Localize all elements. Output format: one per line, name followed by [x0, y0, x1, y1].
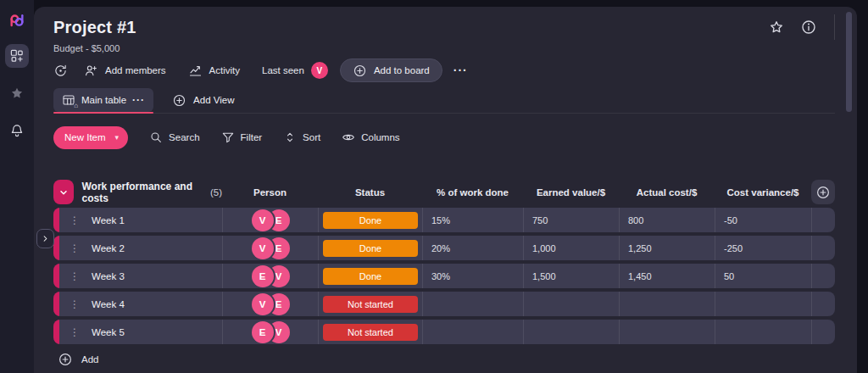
row-menu-icon[interactable]: ⋮ [70, 243, 80, 253]
group-color-bar [53, 292, 59, 316]
status-badge: Done [323, 212, 418, 229]
variance-cell[interactable]: 50 [715, 264, 811, 288]
table-row[interactable]: ⋮ Week 2 V E Done 20% 1,000 1,250 -250 [53, 236, 835, 260]
earned-cell[interactable]: 750 [523, 208, 619, 232]
sidebar-item-favorites[interactable] [5, 81, 29, 105]
last-seen-avatar: V [311, 62, 328, 79]
app-sidebar [0, 0, 34, 373]
item-name[interactable]: Week 1 [92, 215, 125, 225]
empty-cell [811, 320, 835, 344]
status-cell[interactable]: Not started [318, 320, 422, 344]
sync-button[interactable] [53, 64, 68, 78]
info-icon[interactable] [800, 19, 817, 36]
row-menu-icon[interactable]: ⋮ [70, 215, 80, 225]
person-cell[interactable]: E V [222, 320, 318, 344]
sidebar-item-notifications[interactable] [5, 119, 29, 142]
row-menu-icon[interactable]: ⋮ [70, 327, 80, 337]
plus-circle-icon [58, 352, 73, 367]
table-row[interactable]: ⋮ Week 5 E V Not started [53, 320, 835, 344]
status-badge: Done [323, 240, 418, 257]
column-header-pct[interactable]: % of work done [422, 187, 523, 198]
new-item-button[interactable]: New Item ▾ [53, 126, 128, 149]
columns-label: Columns [361, 132, 399, 142]
add-members-button[interactable]: Add members [84, 64, 166, 78]
variance-cell[interactable] [715, 320, 811, 344]
column-header-person[interactable]: Person [222, 187, 318, 198]
columns-button[interactable]: Columns [342, 131, 399, 144]
star-icon [9, 86, 25, 101]
add-item-button[interactable]: Add [53, 352, 835, 367]
column-header-actual[interactable]: Actual cost/$ [619, 187, 715, 198]
item-name[interactable]: Week 2 [92, 243, 125, 253]
activity-label: Activity [209, 65, 240, 75]
boards-grid-icon [9, 48, 25, 64]
tab-main-table[interactable]: ⌂ Main table ··· [53, 88, 153, 112]
item-name[interactable]: Week 3 [92, 271, 125, 281]
status-cell[interactable]: Done [318, 264, 422, 288]
add-view-button[interactable]: Add View [172, 88, 234, 112]
column-header-variance[interactable]: Cost variance/$ [715, 187, 811, 198]
plus-circle-icon [172, 93, 186, 108]
status-badge: Not started [323, 296, 418, 313]
status-cell[interactable]: Done [318, 208, 422, 232]
person-cell[interactable]: V E [222, 208, 318, 232]
earned-cell[interactable]: 1,500 [523, 264, 619, 288]
row-menu-icon[interactable]: ⋮ [70, 299, 80, 309]
search-icon [149, 131, 163, 144]
search-button[interactable]: Search [149, 131, 199, 144]
add-item-label: Add [81, 354, 98, 365]
group-title: Work performance and costs [81, 181, 199, 204]
add-to-board-button[interactable]: Add to board [340, 58, 442, 82]
filter-button[interactable]: Filter [221, 131, 263, 144]
pct-cell[interactable] [422, 320, 523, 344]
actual-cell[interactable]: 1,250 [619, 236, 715, 260]
table-row[interactable]: ⋮ Week 4 V E Not started [53, 292, 835, 316]
row-menu-icon[interactable]: ⋮ [70, 271, 80, 281]
item-name[interactable]: Week 5 [92, 327, 125, 337]
earned-cell[interactable]: 1,000 [523, 236, 619, 260]
pct-cell[interactable]: 15% [422, 208, 523, 232]
avatar: V [252, 209, 274, 231]
bell-icon [9, 123, 25, 138]
sort-label: Sort [303, 132, 320, 142]
group-color-bar [53, 208, 59, 232]
actual-cell[interactable]: 800 [619, 208, 715, 232]
earned-cell[interactable] [523, 320, 619, 344]
tab-more-button[interactable]: ··· [132, 94, 145, 106]
status-cell[interactable]: Done [318, 236, 422, 260]
last-seen[interactable]: Last seen V [262, 62, 328, 79]
toolbar-more-button[interactable]: ··· [453, 64, 468, 77]
earned-cell[interactable] [523, 292, 619, 316]
sync-icon [53, 64, 68, 78]
actual-cell[interactable] [619, 292, 715, 316]
item-name[interactable]: Week 4 [92, 299, 125, 309]
column-header-earned[interactable]: Earned value/$ [523, 187, 619, 198]
variance-cell[interactable]: -250 [715, 236, 811, 260]
plus-circle-icon [353, 64, 367, 78]
group-color-bar [53, 264, 59, 288]
actual-cell[interactable]: 1,450 [619, 264, 715, 288]
sort-button[interactable]: Sort [283, 131, 320, 144]
expand-sidebar-button[interactable] [36, 229, 54, 248]
favorite-star-icon[interactable] [768, 19, 785, 36]
vertical-scrollbar[interactable] [846, 12, 852, 112]
status-cell[interactable]: Not started [318, 292, 422, 316]
sidebar-item-boards[interactable] [5, 44, 29, 68]
person-cell[interactable]: E V [222, 264, 318, 288]
column-header-status[interactable]: Status [318, 187, 422, 198]
add-column-button[interactable] [811, 180, 835, 204]
group-collapse-button[interactable] [53, 180, 74, 204]
pct-cell[interactable]: 30% [422, 264, 523, 288]
person-cell[interactable]: V E [222, 236, 318, 260]
actual-cell[interactable] [619, 320, 715, 344]
view-tabs: ⌂ Main table ··· Add View [53, 88, 835, 114]
variance-cell[interactable]: -50 [715, 208, 811, 232]
person-cell[interactable]: V E [222, 292, 318, 316]
empty-cell [811, 264, 835, 288]
pct-cell[interactable] [422, 292, 523, 316]
variance-cell[interactable] [715, 292, 811, 316]
table-row[interactable]: ⋮ Week 1 V E Done 15% 750 800 -50 [53, 208, 835, 232]
table-row[interactable]: ⋮ Week 3 E V Done 30% 1,500 1,450 50 [53, 264, 835, 288]
activity-button[interactable]: Activity [188, 64, 240, 78]
pct-cell[interactable]: 20% [422, 236, 523, 260]
